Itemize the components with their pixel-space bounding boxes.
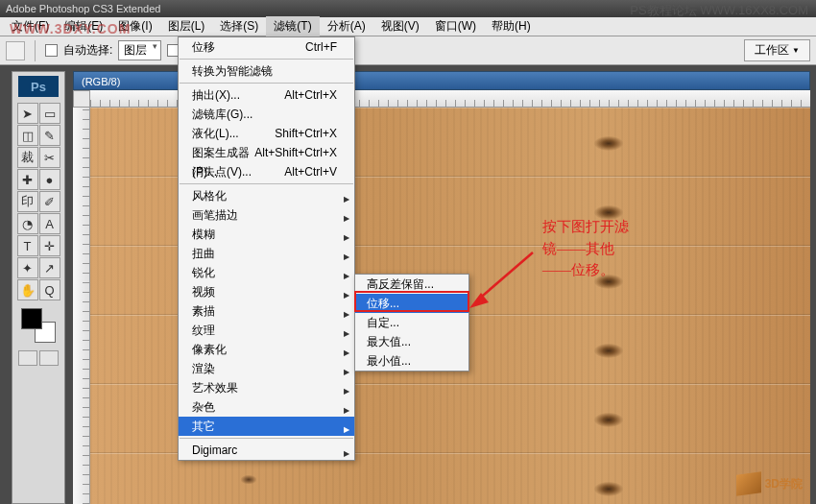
menuitem-pattern-maker[interactable]: 图案生成器(P)...Alt+Shift+Ctrl+X — [179, 143, 354, 162]
menuitem-video[interactable]: 视频 — [179, 282, 354, 301]
type-tool-icon[interactable]: T — [17, 235, 38, 256]
options-bar: 自动选择: 图层 显示 工作区▼ — [0, 36, 816, 65]
gradient-tool-icon[interactable]: A — [39, 213, 60, 234]
menuitem-last-filter[interactable]: 位移Ctrl+F — [179, 37, 354, 57]
divider — [35, 40, 36, 61]
menuitem-digimarc[interactable]: Digimarc — [179, 441, 354, 460]
color-swatches[interactable] — [21, 308, 56, 343]
other-submenu: 高反差保留... 位移... 自定... 最大值... 最小值... — [354, 274, 469, 372]
menuitem-noise[interactable]: 杂色 — [179, 397, 354, 417]
menuitem-pixelate[interactable]: 像素化 — [179, 340, 354, 359]
watermark-top-left: WWW.3DXY.COM — [10, 21, 131, 36]
submenu-offset[interactable]: 位移... — [355, 294, 468, 313]
history-brush-icon[interactable]: ✐ — [39, 191, 60, 212]
menu-window[interactable]: 窗口(W) — [427, 16, 484, 36]
menuitem-other[interactable]: 其它 — [179, 417, 354, 436]
menuitem-convert-smart[interactable]: 转换为智能滤镜 — [179, 61, 354, 81]
path-tool-icon[interactable]: ↗ — [39, 257, 60, 278]
menuitem-filter-gallery[interactable]: 滤镜库(G)... — [179, 105, 354, 124]
tool-grid: ➤ ▭ ◫ ✎ 裁 ✂ ✚ ● 印 ✐ ◔ A T ✛ ✦ ↗ ✋ Q — [17, 103, 60, 300]
cube-icon — [736, 471, 761, 496]
auto-select-label: 自动选择: — [63, 42, 112, 59]
move-tool-icon[interactable] — [6, 41, 25, 60]
submenu-custom[interactable]: 自定... — [355, 313, 468, 332]
annotation-text: 按下图打开滤 镜——其他 ——位移。 — [542, 216, 629, 281]
menu-separator — [180, 59, 353, 60]
menuitem-vanishing-point[interactable]: 消失点(V)...Alt+Ctrl+V — [179, 162, 354, 181]
menuitem-sharpen[interactable]: 锐化 — [179, 263, 354, 282]
ruler-corner — [73, 90, 90, 108]
watermark-top-right: PS教程论坛 WWW.16XX8.COM — [630, 2, 808, 19]
menuitem-brushstrokes[interactable]: 画笔描边 — [179, 205, 354, 225]
menuitem-distort[interactable]: 扭曲 — [179, 244, 354, 263]
wand-tool-icon[interactable]: ✎ — [39, 125, 60, 146]
watermark-bottom-right: 3D学院 — [736, 473, 803, 494]
heal-tool-icon[interactable]: ✚ — [17, 169, 38, 190]
lasso-tool-icon[interactable]: ◫ — [17, 125, 38, 146]
submenu-highpass[interactable]: 高反差保留... — [355, 275, 468, 294]
slice-tool-icon[interactable]: ✂ — [39, 147, 60, 168]
menuitem-liquify[interactable]: 液化(L)...Shift+Ctrl+X — [179, 124, 354, 143]
menu-separator — [180, 438, 353, 439]
brush-tool-icon[interactable]: ● — [39, 169, 60, 190]
stamp-tool-icon[interactable]: 印 — [17, 191, 38, 212]
workspace-dropdown[interactable]: 工作区▼ — [744, 39, 810, 61]
menuitem-artistic[interactable]: 艺术效果 — [179, 378, 354, 397]
menuitem-stylize[interactable]: 风格化 — [179, 186, 354, 205]
menuitem-render[interactable]: 渲染 — [179, 359, 354, 378]
menu-help[interactable]: 帮助(H) — [484, 16, 539, 36]
zoom-tool-icon[interactable]: Q — [39, 279, 60, 300]
fg-color-swatch[interactable] — [21, 308, 42, 329]
menu-filter[interactable]: 滤镜(T) — [266, 16, 319, 36]
menuitem-blur[interactable]: 模糊 — [179, 225, 354, 244]
menuitem-extract[interactable]: 抽出(X)...Alt+Ctrl+X — [179, 85, 354, 105]
quickmask-mode-icon[interactable] — [39, 350, 59, 366]
marquee-tool-icon[interactable]: ▭ — [39, 103, 60, 124]
auto-select-dropdown[interactable]: 图层 — [118, 40, 161, 60]
hand-tool-icon[interactable]: ✋ — [17, 279, 38, 300]
menu-select[interactable]: 选择(S) — [212, 16, 266, 36]
toolbox: Ps ➤ ▭ ◫ ✎ 裁 ✂ ✚ ● 印 ✐ ◔ A T ✛ ✦ ↗ ✋ Q — [12, 71, 65, 504]
menu-view[interactable]: 视图(V) — [373, 16, 427, 36]
pen-tool-icon[interactable]: ✛ — [39, 235, 60, 256]
vertical-ruler — [73, 108, 90, 504]
menuitem-sketch[interactable]: 素描 — [179, 301, 354, 321]
ps-logo-icon: Ps — [18, 76, 59, 97]
menu-separator — [180, 183, 353, 184]
menu-layer[interactable]: 图层(L) — [160, 16, 213, 36]
submenu-minimum[interactable]: 最小值... — [355, 351, 468, 371]
menuitem-texture[interactable]: 纹理 — [179, 321, 354, 340]
eraser-tool-icon[interactable]: ◔ — [17, 213, 38, 234]
menu-separator — [180, 83, 353, 84]
quickmask-icons — [18, 350, 59, 366]
submenu-maximum[interactable]: 最大值... — [355, 332, 468, 351]
filter-menu-dropdown: 位移Ctrl+F 转换为智能滤镜 抽出(X)...Alt+Ctrl+X 滤镜库(… — [178, 36, 355, 461]
shape-tool-icon[interactable]: ✦ — [17, 257, 38, 278]
crop-tool-icon[interactable]: 裁 — [17, 147, 38, 168]
standard-mode-icon[interactable] — [18, 350, 37, 366]
auto-select-checkbox[interactable] — [45, 44, 58, 57]
move-tool-icon[interactable]: ➤ — [17, 103, 38, 124]
menu-analysis[interactable]: 分析(A) — [320, 16, 373, 36]
